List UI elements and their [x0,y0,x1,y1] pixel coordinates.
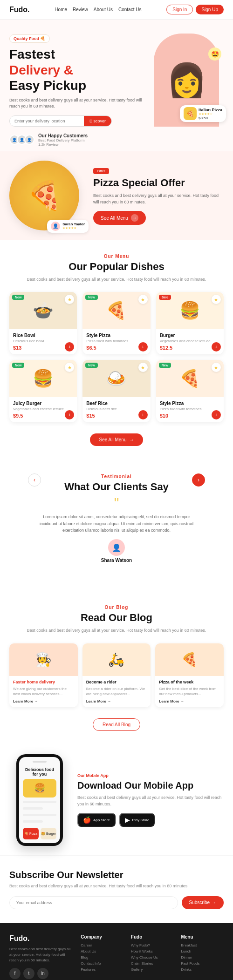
dish-card: 🍲 New ★ Rice Bowl Delicious rice bowl $1… [9,292,77,354]
sarah-avatar: 👤 [51,222,60,231]
footer-company-links: Career About Us Blog Contact Info Featur… [81,943,123,972]
add-to-cart-button[interactable]: + [212,342,221,351]
footer-link[interactable]: Dinner [181,955,224,960]
newsletter-title: Subscribe Our Newsletter [9,870,224,880]
see-all-arrow-icon: → [131,214,138,222]
footer-link[interactable]: Features [81,967,123,972]
footer-link[interactable]: Contact Info [81,961,123,966]
nav-home[interactable]: Home [55,7,67,12]
favorite-button[interactable]: ★ [65,295,74,304]
testimonial-next-button[interactable]: › [192,473,205,487]
add-to-cart-button[interactable]: + [138,410,148,419]
add-to-cart-button[interactable]: + [65,410,74,419]
footer-link[interactable]: About Us [81,949,123,953]
footer-social: f t in [9,968,73,979]
footer-grid: Fudo. Best cooks and best delivery guys … [9,934,224,979]
twitter-icon[interactable]: t [23,968,34,979]
hero-section: Quality Food 🍕 Fastest Delivery & Easy P… [0,20,233,151]
happy-customers-text: Our Happy Customers Best Food Delivery P… [38,133,88,147]
customer-avatars: 👤 👤 👤 [9,135,34,145]
offer-title: Pizza Special Offer [93,177,224,189]
favorite-button[interactable]: ★ [65,363,74,372]
learn-more-link[interactable]: Learn More → [159,699,220,703]
learn-more-link[interactable]: Learn More → [13,699,74,703]
facebook-icon[interactable]: f [9,968,21,979]
popular-section-desc: Best cooks and best delivery guys all at… [9,277,224,283]
dish-info: Style Pizza Pizza filled with tomatoes $… [156,397,224,422]
dish-card: 🍕 New ★ Style Pizza Pizza filled with to… [156,360,224,422]
signup-button[interactable]: Sign Up [196,5,224,14]
dish-info: Beef Rice Delicious beef rice $15 + [82,397,150,422]
footer-link[interactable]: Claim Stories [131,961,174,966]
discover-button[interactable]: Discover [84,116,111,126]
sarah-info: Sarah Taylor ★★★★★ [62,222,85,230]
footer-link[interactable]: Breakfast [181,943,224,947]
blog-info: Become a rider Become a rider on our pla… [82,676,151,707]
phone-mockup: Delicious food for you 🍔 🍕 Pizza 🍔 Burge… [9,754,70,846]
offer-desc: Best cooks and best delivery guys all at… [93,193,224,205]
signin-button[interactable]: Sign In [166,5,193,14]
linkedin-icon[interactable]: in [37,968,48,979]
testimonials-section: Testimonial What Our Clients Say ‹ › " L… [0,460,233,591]
newsletter-form: Subscribe → [9,896,224,909]
new-badge: New [12,363,24,368]
phone-title: Delicious food for you [23,767,56,777]
pizza-image-wrap: 🍕 👤 Sarah Taylor ★★★★★ [9,161,84,230]
navbar: Fudo. Home Review About Us Contact Us Si… [0,0,233,20]
footer-link[interactable]: Why Choose Us [131,955,174,960]
dishes-grid: 🍲 New ★ Rice Bowl Delicious rice bowl $1… [9,292,224,422]
testimonial-prev-button[interactable]: ‹ [28,473,41,487]
phone-outer: Delicious food for you 🍔 🍕 Pizza 🍔 Burge… [16,754,63,846]
dish-info: Juicy Burger Vegetables and cheese lettu… [9,397,77,422]
newsletter-email-input[interactable] [9,896,178,909]
footer-link[interactable]: Lunch [181,949,224,953]
app-desc: Best cooks and best delivery guys all at… [77,795,224,807]
app-store-button[interactable]: 🍎 App Store [77,813,116,827]
favorite-button[interactable]: ★ [138,363,148,372]
read-all-blog-button[interactable]: Read All Blog [93,718,140,731]
subscribe-arrow-icon: → [212,900,216,905]
nav-contact[interactable]: Contact Us [118,7,141,12]
nav-review[interactable]: Review [73,7,88,12]
footer-link[interactable]: Why Fudo? [131,943,174,947]
emoji-icon: 🤩 [208,47,221,61]
store-buttons: 🍎 App Store ▶ Play Store [77,813,224,827]
popular-dishes-section: Our Menu Our Popular Dishes Best cooks a… [0,240,233,460]
app-section: Delicious food for you 🍔 🍕 Pizza 🍔 Burge… [0,745,233,855]
new-badge: New [85,363,97,368]
footer-link[interactable]: Drinks [181,967,224,972]
add-to-cart-button[interactable]: + [65,342,74,351]
play-store-button[interactable]: ▶ Play Store [119,813,155,827]
testimonial-content: " Lorem ipsum dolor sit amet, consectetu… [23,496,210,563]
sarah-badge: 👤 Sarah Taylor ★★★★★ [47,220,89,233]
favorite-button[interactable]: ★ [212,363,221,372]
avatar-3: 👤 [24,135,34,145]
subscribe-button[interactable]: Subscribe → [182,896,224,909]
testimonial-text: Lorem ipsum dolor sit amet, consectetur … [37,514,196,534]
footer-company-col: Company Career About Us Blog Contact Inf… [81,934,123,979]
footer-fudo-col: Fudo Why Fudo? How it Works Why Choose U… [131,934,174,979]
footer-link[interactable]: Gallery [131,967,174,972]
offer-content: Offer Pizza Special Offer Best cooks and… [93,166,224,225]
see-all-menu-button[interactable]: See All Menu → [90,433,144,446]
favorite-button[interactable]: ★ [138,295,148,304]
happy-customers: 👤 👤 👤 Our Happy Customers Best Food Deli… [9,133,144,147]
app-content: Our Mobile App Download Our Mobile App B… [77,773,224,827]
add-to-cart-button[interactable]: + [138,342,148,351]
search-input[interactable] [10,116,84,126]
nav-about[interactable]: About Us [94,7,113,12]
hero-search-bar: Discover [9,115,112,127]
footer: Fudo. Best cooks and best delivery guys … [0,923,233,980]
footer-link[interactable]: Blog [81,955,123,960]
learn-more-link[interactable]: Learn More → [86,699,147,703]
footer-link[interactable]: Fast Foods [181,961,224,966]
see-all-button[interactable]: See All Menu → [93,211,146,225]
blog-card: 🍕 Pizza of the week Get the best slice o… [155,643,224,707]
pizza-badge-icon: 🍕 [184,107,197,120]
footer-link[interactable]: How it Works [131,949,174,953]
add-to-cart-button[interactable]: + [212,410,221,419]
footer-link[interactable]: Career [81,943,123,947]
blog-info: Faster home delivery We are giving our c… [9,676,78,707]
favorite-button[interactable]: ★ [212,295,221,304]
nav-links: Home Review About Us Contact Us [55,7,141,12]
